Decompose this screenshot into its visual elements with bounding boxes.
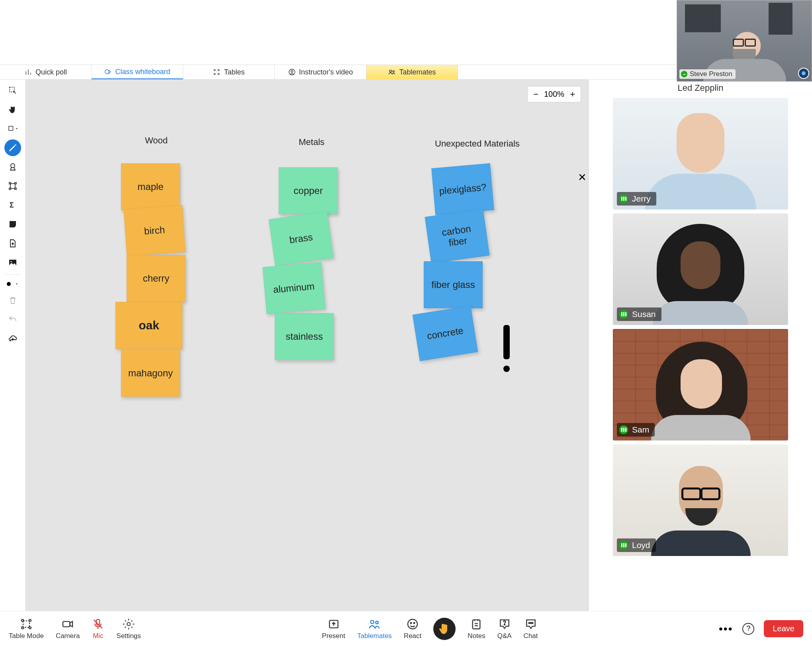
camera-icon xyxy=(61,618,74,630)
table-mode-button[interactable]: Table Mode xyxy=(9,618,44,640)
instructor-video-tile[interactable]: Steve Preston xyxy=(677,0,812,82)
svg-rect-34 xyxy=(473,620,480,629)
shape-tool[interactable] xyxy=(4,120,21,137)
present-icon xyxy=(327,618,340,630)
bottom-controls: Table Mode Camera Mic Settings Present T… xyxy=(0,611,812,646)
chat-button[interactable]: Chat xyxy=(524,618,538,640)
participant-tile[interactable]: Loyd xyxy=(613,444,788,556)
column-header-wood: Wood xyxy=(145,135,168,146)
file-upload-tool[interactable] xyxy=(4,235,21,252)
sticky-note[interactable]: plexiglass? xyxy=(431,163,494,215)
transform-tool[interactable] xyxy=(4,178,21,194)
sticky-note[interactable]: carbon fiber xyxy=(425,209,490,263)
whiteboard-canvas[interactable]: − 100% + ✕ Wood Metals Unexpected Materi… xyxy=(25,80,589,624)
palette-pen-icon xyxy=(104,68,112,76)
highlighter-tool[interactable] xyxy=(4,159,21,175)
raised-hand-icon xyxy=(438,622,451,636)
present-button[interactable]: Present xyxy=(322,618,345,640)
participant-name-badge: Sam xyxy=(617,423,655,437)
svg-point-1 xyxy=(214,69,215,70)
people-icon xyxy=(368,618,381,630)
pen-tool[interactable] xyxy=(4,139,21,156)
person-circle-icon xyxy=(288,68,296,76)
svg-point-21 xyxy=(22,619,23,621)
svg-rect-20 xyxy=(23,621,29,627)
sticky-note[interactable]: maple xyxy=(121,163,180,210)
drawn-mark xyxy=(503,325,510,359)
svg-point-29 xyxy=(371,620,374,623)
tablemates-panel: Led Zepplin Jerry Susan Sam Loyd xyxy=(589,80,812,624)
sticky-note[interactable]: oak xyxy=(115,302,182,349)
participant-tile[interactable]: Sam xyxy=(613,329,788,440)
sticky-note[interactable]: cherry xyxy=(127,255,186,302)
tables-icon xyxy=(213,68,221,76)
sticky-note[interactable]: aluminum xyxy=(262,262,325,314)
svg-point-0 xyxy=(105,70,109,74)
tablemates-button[interactable]: Tablemates xyxy=(357,618,392,640)
tab-tablemates[interactable]: Tablemates xyxy=(366,65,458,79)
more-options-button[interactable]: ••• xyxy=(719,623,733,635)
svg-point-31 xyxy=(408,619,417,629)
participant-tile[interactable]: Jerry xyxy=(613,98,788,209)
svg-point-8 xyxy=(393,70,395,72)
tab-tables[interactable]: Tables xyxy=(183,65,275,79)
select-tool[interactable] xyxy=(4,82,21,99)
svg-point-27 xyxy=(127,623,130,626)
undo-tool[interactable] xyxy=(4,311,21,328)
svg-rect-14 xyxy=(15,182,16,184)
zoom-in-button[interactable]: + xyxy=(570,90,575,99)
formula-tool[interactable]: Σ xyxy=(4,197,21,213)
svg-point-7 xyxy=(390,70,392,72)
react-button[interactable]: React xyxy=(404,618,421,640)
instructor-name: Steve Preston xyxy=(690,70,732,78)
svg-point-22 xyxy=(29,619,31,621)
zoom-level: 100% xyxy=(544,90,564,99)
stroke-size-picker[interactable] xyxy=(4,278,21,290)
sticky-note[interactable]: concrete xyxy=(413,305,478,361)
svg-point-36 xyxy=(528,623,530,624)
svg-point-30 xyxy=(376,621,379,624)
svg-point-23 xyxy=(22,626,23,628)
mic-active-icon xyxy=(619,541,628,550)
notes-button[interactable]: Notes xyxy=(468,618,485,640)
sticky-note[interactable]: brass xyxy=(269,211,334,266)
camera-button[interactable]: Camera xyxy=(56,618,80,640)
bar-chart-icon xyxy=(24,68,32,76)
whiteboard-toolbar: Σ xyxy=(0,80,25,624)
table-mode-icon xyxy=(20,618,33,630)
delete-tool[interactable] xyxy=(4,292,21,309)
tab-class-whiteboard[interactable]: Class whiteboard xyxy=(92,65,183,79)
zoom-out-button[interactable]: − xyxy=(533,90,538,99)
pan-tool[interactable] xyxy=(4,101,21,118)
help-button[interactable]: ? xyxy=(742,623,754,635)
sticky-note[interactable]: stainless xyxy=(275,313,334,360)
image-tool[interactable] xyxy=(4,254,21,271)
tab-quick-poll[interactable]: Quick poll xyxy=(0,65,92,79)
svg-rect-10 xyxy=(9,126,13,131)
close-icon[interactable]: ✕ xyxy=(578,171,587,184)
mic-button[interactable]: Mic xyxy=(92,618,104,640)
sticky-note-tool[interactable] xyxy=(4,216,21,233)
column-header-unexpected: Unexpected Materials xyxy=(435,139,520,149)
tab-instructor-video[interactable]: Instructor's video xyxy=(275,65,366,79)
settings-button[interactable]: Settings xyxy=(116,618,141,640)
svg-point-2 xyxy=(218,69,219,70)
people-icon xyxy=(388,68,396,76)
participant-name-badge: Susan xyxy=(617,307,661,321)
sticky-note[interactable]: mahagony xyxy=(121,350,180,397)
gear-icon xyxy=(122,618,135,630)
qa-button[interactable]: Q&A xyxy=(497,618,512,640)
svg-text:Σ: Σ xyxy=(10,201,14,209)
sticky-note[interactable]: fiber glass xyxy=(424,261,483,308)
sticky-note[interactable]: birch xyxy=(123,205,186,256)
smile-icon xyxy=(406,618,419,630)
zoom-control: − 100% + xyxy=(527,86,581,102)
sticky-note[interactable]: copper xyxy=(279,167,338,214)
cloud-save-tool[interactable] xyxy=(4,330,21,347)
svg-point-38 xyxy=(532,623,533,624)
svg-point-35 xyxy=(504,624,505,625)
participant-tile[interactable]: Susan xyxy=(613,213,788,325)
leave-button[interactable]: Leave xyxy=(764,620,803,637)
raise-hand-button[interactable] xyxy=(433,618,456,640)
svg-rect-16 xyxy=(15,188,16,190)
